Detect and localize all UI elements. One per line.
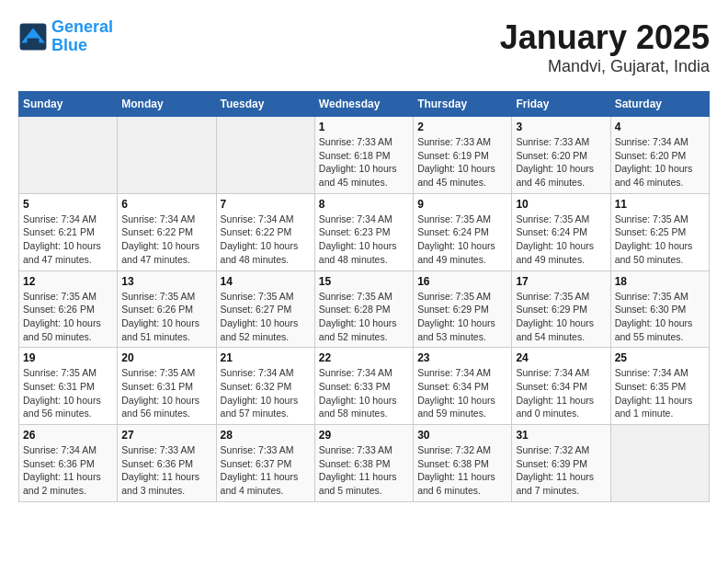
day-number: 17: [516, 275, 606, 288]
day-info: Sunrise: 7:34 AM Sunset: 6:35 PM Dayligh…: [615, 366, 705, 420]
day-info: Sunrise: 7:33 AM Sunset: 6:19 PM Dayligh…: [417, 135, 507, 190]
calendar-cell: [610, 425, 709, 502]
calendar-cell: 2Sunrise: 7:33 AM Sunset: 6:19 PM Daylig…: [414, 117, 512, 194]
weekday-header-saturday: Saturday: [610, 92, 709, 117]
day-info: Sunrise: 7:35 AM Sunset: 6:29 PM Dayligh…: [516, 290, 606, 344]
day-info: Sunrise: 7:35 AM Sunset: 6:27 PM Dayligh…: [221, 290, 311, 344]
calendar-week-5: 26Sunrise: 7:34 AM Sunset: 6:36 PM Dayli…: [19, 425, 710, 502]
day-number: 23: [417, 351, 507, 364]
weekday-header-tuesday: Tuesday: [216, 92, 314, 117]
calendar-cell: 28Sunrise: 7:33 AM Sunset: 6:37 PM Dayli…: [216, 425, 314, 502]
day-info: Sunrise: 7:32 AM Sunset: 6:38 PM Dayligh…: [417, 443, 507, 498]
day-number: 2: [417, 121, 507, 133]
day-info: Sunrise: 7:34 AM Sunset: 6:22 PM Dayligh…: [121, 213, 211, 267]
day-info: Sunrise: 7:35 AM Sunset: 6:31 PM Dayligh…: [23, 366, 113, 420]
calendar-cell: 6Sunrise: 7:34 AM Sunset: 6:22 PM Daylig…: [118, 193, 216, 270]
day-info: Sunrise: 7:34 AM Sunset: 6:34 PM Dayligh…: [516, 366, 606, 420]
day-info: Sunrise: 7:35 AM Sunset: 6:30 PM Dayligh…: [615, 290, 705, 344]
day-info: Sunrise: 7:33 AM Sunset: 6:38 PM Dayligh…: [319, 443, 409, 498]
calendar-cell: 21Sunrise: 7:34 AM Sunset: 6:32 PM Dayli…: [216, 348, 314, 425]
calendar-cell: 31Sunrise: 7:32 AM Sunset: 6:39 PM Dayli…: [512, 425, 610, 502]
day-number: 31: [516, 429, 606, 442]
svg-rect-2: [28, 38, 40, 43]
page-header: General Blue January 2025 Mandvi, Gujara…: [18, 18, 710, 76]
calendar-cell: 25Sunrise: 7:34 AM Sunset: 6:35 PM Dayli…: [610, 348, 709, 425]
day-number: 8: [319, 198, 409, 211]
day-number: 21: [221, 351, 311, 364]
calendar-cell: 18Sunrise: 7:35 AM Sunset: 6:30 PM Dayli…: [610, 270, 709, 348]
day-info: Sunrise: 7:33 AM Sunset: 6:36 PM Dayligh…: [121, 443, 211, 498]
day-number: 16: [417, 275, 507, 288]
day-info: Sunrise: 7:34 AM Sunset: 6:22 PM Dayligh…: [221, 213, 311, 267]
day-info: Sunrise: 7:35 AM Sunset: 6:28 PM Dayligh…: [319, 290, 409, 344]
calendar-cell: [216, 117, 314, 194]
day-info: Sunrise: 7:35 AM Sunset: 6:24 PM Dayligh…: [516, 213, 606, 267]
day-info: Sunrise: 7:34 AM Sunset: 6:34 PM Dayligh…: [417, 366, 507, 420]
calendar-cell: [19, 117, 118, 194]
day-number: 4: [615, 121, 705, 133]
calendar-cell: 5Sunrise: 7:34 AM Sunset: 6:21 PM Daylig…: [19, 193, 118, 270]
day-info: Sunrise: 7:34 AM Sunset: 6:32 PM Dayligh…: [221, 366, 311, 420]
day-number: 30: [417, 429, 507, 442]
weekday-header-sunday: Sunday: [19, 92, 118, 117]
day-number: 14: [221, 275, 311, 288]
day-number: 24: [516, 351, 606, 364]
calendar-cell: 29Sunrise: 7:33 AM Sunset: 6:38 PM Dayli…: [314, 425, 413, 502]
day-number: 6: [121, 198, 211, 211]
calendar-week-1: 1Sunrise: 7:33 AM Sunset: 6:18 PM Daylig…: [19, 117, 710, 194]
calendar-cell: 16Sunrise: 7:35 AM Sunset: 6:29 PM Dayli…: [414, 270, 512, 348]
calendar-cell: 4Sunrise: 7:34 AM Sunset: 6:20 PM Daylig…: [610, 117, 709, 194]
calendar-cell: 22Sunrise: 7:34 AM Sunset: 6:33 PM Dayli…: [314, 348, 413, 425]
day-number: 11: [615, 198, 705, 211]
weekday-header-friday: Friday: [512, 92, 610, 117]
day-info: Sunrise: 7:33 AM Sunset: 6:18 PM Dayligh…: [319, 135, 409, 190]
weekday-header-row: SundayMondayTuesdayWednesdayThursdayFrid…: [19, 92, 710, 117]
calendar-cell: 30Sunrise: 7:32 AM Sunset: 6:38 PM Dayli…: [414, 425, 512, 502]
day-info: Sunrise: 7:34 AM Sunset: 6:20 PM Dayligh…: [615, 135, 705, 190]
day-info: Sunrise: 7:33 AM Sunset: 6:37 PM Dayligh…: [221, 443, 311, 498]
day-number: 7: [221, 198, 311, 211]
calendar-cell: 26Sunrise: 7:34 AM Sunset: 6:36 PM Dayli…: [19, 425, 118, 502]
day-number: 29: [319, 429, 409, 442]
calendar-cell: 3Sunrise: 7:33 AM Sunset: 6:20 PM Daylig…: [512, 117, 610, 194]
day-info: Sunrise: 7:35 AM Sunset: 6:29 PM Dayligh…: [417, 290, 507, 344]
day-info: Sunrise: 7:34 AM Sunset: 6:21 PM Dayligh…: [23, 213, 113, 267]
day-number: 25: [615, 351, 705, 364]
calendar-title: January 2025: [500, 18, 710, 57]
day-number: 20: [121, 351, 211, 364]
calendar-cell: 12Sunrise: 7:35 AM Sunset: 6:26 PM Dayli…: [19, 270, 118, 348]
calendar-cell: 14Sunrise: 7:35 AM Sunset: 6:27 PM Dayli…: [216, 270, 314, 348]
day-number: 9: [417, 198, 507, 211]
weekday-header-thursday: Thursday: [414, 92, 512, 117]
day-number: 10: [516, 198, 606, 211]
calendar-subtitle: Mandvi, Gujarat, India: [500, 57, 710, 76]
day-number: 13: [121, 275, 211, 288]
calendar-cell: 13Sunrise: 7:35 AM Sunset: 6:26 PM Dayli…: [118, 270, 216, 348]
calendar-week-4: 19Sunrise: 7:35 AM Sunset: 6:31 PM Dayli…: [19, 348, 710, 425]
title-block: January 2025 Mandvi, Gujarat, India: [500, 18, 710, 76]
day-number: 3: [516, 121, 606, 133]
day-info: Sunrise: 7:35 AM Sunset: 6:31 PM Dayligh…: [121, 366, 211, 420]
calendar-table: SundayMondayTuesdayWednesdayThursdayFrid…: [18, 91, 710, 502]
calendar-cell: 9Sunrise: 7:35 AM Sunset: 6:24 PM Daylig…: [414, 193, 512, 270]
calendar-cell: 15Sunrise: 7:35 AM Sunset: 6:28 PM Dayli…: [314, 270, 413, 348]
day-number: 15: [319, 275, 409, 288]
day-info: Sunrise: 7:32 AM Sunset: 6:39 PM Dayligh…: [516, 443, 606, 498]
calendar-cell: 10Sunrise: 7:35 AM Sunset: 6:24 PM Dayli…: [512, 193, 610, 270]
day-number: 12: [23, 275, 113, 288]
day-number: 1: [319, 121, 409, 133]
day-info: Sunrise: 7:34 AM Sunset: 6:23 PM Dayligh…: [319, 213, 409, 267]
logo: General Blue: [18, 18, 113, 55]
calendar-cell: 23Sunrise: 7:34 AM Sunset: 6:34 PM Dayli…: [414, 348, 512, 425]
day-number: 26: [23, 429, 113, 442]
calendar-cell: 20Sunrise: 7:35 AM Sunset: 6:31 PM Dayli…: [118, 348, 216, 425]
calendar-cell: 24Sunrise: 7:34 AM Sunset: 6:34 PM Dayli…: [512, 348, 610, 425]
weekday-header-wednesday: Wednesday: [314, 92, 413, 117]
day-info: Sunrise: 7:34 AM Sunset: 6:33 PM Dayligh…: [319, 366, 409, 420]
calendar-cell: 11Sunrise: 7:35 AM Sunset: 6:25 PM Dayli…: [610, 193, 709, 270]
calendar-week-3: 12Sunrise: 7:35 AM Sunset: 6:26 PM Dayli…: [19, 270, 710, 348]
day-info: Sunrise: 7:34 AM Sunset: 6:36 PM Dayligh…: [23, 443, 113, 498]
day-info: Sunrise: 7:35 AM Sunset: 6:26 PM Dayligh…: [121, 290, 211, 344]
day-info: Sunrise: 7:35 AM Sunset: 6:25 PM Dayligh…: [615, 213, 705, 267]
day-number: 5: [23, 198, 113, 211]
